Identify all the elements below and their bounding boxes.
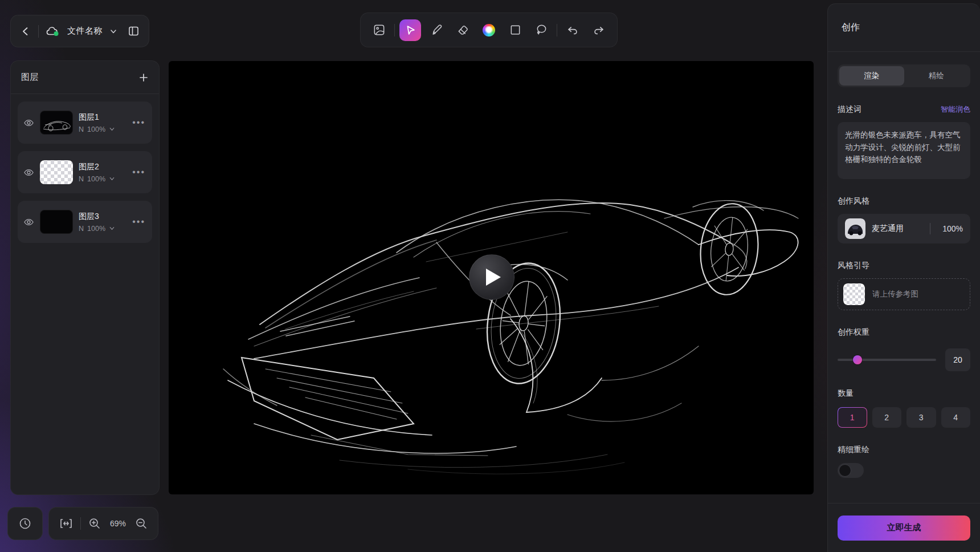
- redraw-label: 精细重绘: [838, 445, 869, 455]
- history-button[interactable]: [7, 507, 43, 540]
- weight-value[interactable]: 20: [945, 348, 970, 371]
- divider: [557, 24, 557, 36]
- panel-footer: 立即生成: [828, 503, 980, 552]
- fit-to-screen-icon[interactable]: [59, 517, 73, 530]
- reference-upload-dropzone[interactable]: 请上传参考图: [838, 278, 970, 310]
- blend-mode: N: [79, 125, 84, 133]
- app-window: 文件名称: [0, 0, 980, 552]
- color-picker-tool-button[interactable]: [478, 19, 500, 41]
- layer-meta: 图层3 N 100%: [79, 212, 126, 233]
- weight-control-row: 20: [838, 348, 970, 371]
- panel-header: 创作: [828, 4, 980, 52]
- play-icon: [485, 267, 502, 287]
- layer-blend-control[interactable]: N 100%: [79, 225, 126, 233]
- zoom-in-icon[interactable]: [88, 517, 101, 530]
- cloud-sync-icon: [46, 25, 60, 38]
- layer-meta: 图层2 N 100%: [79, 162, 126, 183]
- zoom-level[interactable]: 69%: [108, 519, 128, 528]
- eraser-tool-button[interactable]: [452, 19, 473, 41]
- chevron-down-icon: [109, 126, 115, 132]
- count-label-row: 数量: [838, 388, 970, 399]
- layer-blend-control[interactable]: N 100%: [79, 125, 126, 133]
- layer-menu-button[interactable]: •••: [132, 167, 145, 177]
- style-weight[interactable]: 100%: [942, 224, 963, 233]
- style-name: 麦艺通用: [872, 224, 924, 234]
- fine-redraw-toggle[interactable]: [838, 463, 864, 478]
- layer-meta: 图层1 N 100%: [79, 112, 126, 133]
- layer-thumbnail: [40, 210, 73, 234]
- layer-blend-control[interactable]: N 100%: [79, 175, 126, 183]
- zoom-out-icon[interactable]: [135, 517, 148, 530]
- smart-enhance-link[interactable]: 智能润色: [941, 104, 970, 115]
- divider: [930, 223, 930, 234]
- slider-track: [838, 359, 936, 361]
- rectangle-tool-button[interactable]: [504, 19, 526, 41]
- visibility-eye-icon[interactable]: [23, 167, 34, 178]
- style-thumbnail: [845, 218, 865, 239]
- style-selector[interactable]: 麦艺通用 100%: [838, 214, 970, 243]
- weight-label-row: 创作权重: [838, 327, 970, 338]
- layer-menu-button[interactable]: •••: [132, 117, 145, 128]
- count-option-4[interactable]: 4: [941, 407, 971, 428]
- prompt-label: 描述词: [838, 104, 861, 115]
- clock-icon: [18, 517, 32, 530]
- play-button[interactable]: [469, 254, 514, 300]
- visibility-eye-icon[interactable]: [23, 217, 34, 228]
- file-name[interactable]: 文件名称: [67, 26, 103, 36]
- lasso-tool-button[interactable]: [530, 19, 552, 41]
- layer-thumbnail: [40, 160, 73, 184]
- guide-label-row: 风格引导: [838, 261, 970, 271]
- drawing-canvas[interactable]: [169, 61, 814, 494]
- brush-tool-button[interactable]: [426, 19, 447, 41]
- redraw-label-row: 精细重绘: [838, 445, 970, 455]
- panel-body: 渲染 精绘 描述词 智能润色 光滑的银色未来派跑车，具有空气动力学设计、尖锐的前…: [828, 52, 980, 478]
- mode-tabs: 渲染 精绘: [838, 64, 970, 87]
- image-tool-button[interactable]: [368, 19, 390, 41]
- blend-mode: N: [79, 175, 84, 183]
- guide-label: 风格引导: [838, 261, 869, 271]
- divider: [38, 25, 39, 38]
- zoom-controls: 69%: [48, 507, 158, 540]
- count-option-3[interactable]: 3: [906, 407, 936, 428]
- panel-toggle-icon[interactable]: [128, 25, 140, 37]
- slider-thumb[interactable]: [853, 355, 862, 364]
- style-label: 创作风格: [838, 196, 869, 206]
- generate-button[interactable]: 立即生成: [838, 516, 970, 541]
- tab-render[interactable]: 渲染: [839, 66, 904, 86]
- weight-label: 创作权重: [838, 327, 869, 338]
- tools-toolbar: [360, 13, 618, 47]
- layer-row-1[interactable]: 图层1 N 100% •••: [18, 102, 152, 144]
- layer-opacity: 100%: [87, 225, 105, 233]
- layer-name: 图层3: [79, 212, 126, 222]
- layer-row-3[interactable]: 图层3 N 100% •••: [18, 201, 152, 243]
- redo-button[interactable]: [588, 19, 610, 41]
- layer-menu-button[interactable]: •••: [132, 217, 145, 227]
- layer-thumbnail: [40, 111, 73, 135]
- count-option-1[interactable]: 1: [838, 407, 867, 428]
- prompt-textarea[interactable]: 光滑的银色未来派跑车，具有空气动力学设计、尖锐的前灯、大型前格栅和独特的合金轮毂: [838, 122, 970, 179]
- count-options: 1 2 3 4: [838, 407, 970, 428]
- layers-title: 图层: [21, 72, 38, 83]
- select-tool-button[interactable]: [399, 19, 421, 41]
- creation-panel: 创作 渲染 精绘 描述词 智能润色 光滑的银色未来派跑车，具有空气动力学设计、尖…: [827, 3, 980, 552]
- visibility-eye-icon[interactable]: [23, 117, 34, 128]
- chevron-down-icon: [109, 176, 115, 182]
- tab-refine[interactable]: 精绘: [904, 66, 969, 86]
- count-label: 数量: [838, 388, 854, 399]
- layer-opacity: 100%: [87, 175, 105, 183]
- layer-opacity: 100%: [87, 125, 105, 133]
- prompt-label-row: 描述词 智能润色: [838, 104, 970, 115]
- add-layer-button[interactable]: [138, 72, 149, 83]
- layers-header: 图层: [11, 61, 159, 94]
- layer-name: 图层2: [79, 162, 126, 172]
- layer-row-2[interactable]: 图层2 N 100% •••: [18, 151, 152, 193]
- back-icon[interactable]: [20, 26, 31, 37]
- chevron-down-icon[interactable]: [109, 27, 117, 35]
- undo-button[interactable]: [562, 19, 583, 41]
- blend-mode: N: [79, 225, 84, 233]
- panel-title: 创作: [842, 22, 860, 34]
- style-label-row: 创作风格: [838, 196, 970, 206]
- count-option-2[interactable]: 2: [872, 407, 902, 428]
- upload-placeholder-text: 请上传参考图: [872, 289, 918, 299]
- weight-slider[interactable]: [838, 355, 936, 364]
